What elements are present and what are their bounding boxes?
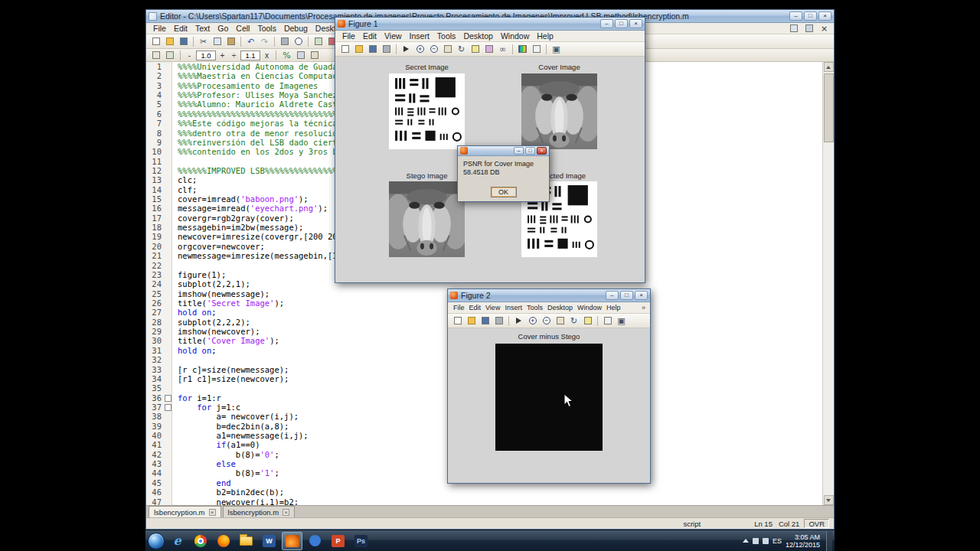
figure2-menu-edit[interactable]: Edit: [467, 304, 484, 311]
close-button[interactable]: ×: [537, 147, 547, 155]
save-figure-icon[interactable]: [479, 315, 492, 327]
copy-icon[interactable]: [211, 36, 224, 47]
undo-icon[interactable]: ↶: [244, 36, 257, 47]
editor-tab[interactable]: lsbencryption.m×: [223, 506, 296, 517]
decrease-value-button[interactable]: -: [185, 50, 194, 60]
figure1-menu-help[interactable]: Help: [533, 31, 557, 41]
multiply-value-button[interactable]: x: [262, 50, 272, 60]
pan-icon[interactable]: [441, 44, 454, 55]
status-overwrite-mode[interactable]: OVR: [804, 519, 829, 528]
rotate-3d-icon[interactable]: ↻: [455, 44, 468, 55]
new-script-icon[interactable]: [149, 36, 162, 47]
maximize-button[interactable]: □: [804, 11, 817, 21]
editor-tab[interactable]: lsbencryption.m×: [149, 506, 221, 517]
editor-menu-tools[interactable]: Tools: [253, 24, 280, 33]
figure1-menu-view[interactable]: View: [381, 31, 406, 41]
zoom-out-icon[interactable]: −: [427, 44, 440, 55]
find-files-icon[interactable]: [292, 36, 305, 47]
print-icon[interactable]: [278, 36, 291, 47]
word-icon[interactable]: W: [259, 532, 279, 550]
editor-menu-text[interactable]: Text: [191, 24, 214, 33]
new-figure-icon[interactable]: [338, 44, 351, 55]
matlab-icon[interactable]: [282, 532, 302, 550]
save-icon[interactable]: [177, 36, 190, 47]
chrome-icon[interactable]: [190, 532, 211, 550]
tray-expand-icon[interactable]: [743, 539, 749, 543]
figure1-menu-file[interactable]: File: [338, 31, 359, 41]
close-button[interactable]: ×: [818, 11, 831, 21]
insert-colorbar-icon[interactable]: [516, 44, 529, 55]
figure1-menu-tools[interactable]: Tools: [433, 31, 460, 41]
close-button[interactable]: ×: [635, 291, 648, 300]
figure2-menu-file[interactable]: File: [451, 304, 467, 311]
code-line[interactable]: newcover(i,1)=b2;: [178, 497, 822, 505]
windows-explorer-icon[interactable]: [236, 532, 256, 550]
figure1-menu-edit[interactable]: Edit: [359, 31, 381, 41]
link-plot-icon[interactable]: ∞: [496, 44, 509, 55]
ok-button[interactable]: OK: [491, 187, 517, 197]
evaluate-cell-icon[interactable]: [163, 50, 176, 61]
taskbar-clock[interactable]: 3:05 AM 12/12/2015: [786, 533, 822, 549]
insert-legend-icon[interactable]: [601, 315, 614, 327]
figure2-menu-desktop[interactable]: Desktop: [545, 304, 575, 311]
menu-overflow-icon[interactable]: »: [642, 304, 647, 311]
cell-value-field-2[interactable]: 1.1: [240, 51, 260, 60]
close-file-icon[interactable]: ×: [818, 23, 831, 34]
figure1-titlebar[interactable]: Figure 1 – □ ×: [335, 18, 645, 31]
minimize-button[interactable]: –: [514, 147, 524, 155]
editor-menu-go[interactable]: Go: [214, 24, 232, 33]
maximize-button[interactable]: □: [615, 19, 628, 28]
indent-icon[interactable]: [308, 50, 321, 61]
insert-legend-icon[interactable]: [530, 44, 543, 55]
edit-plot-icon[interactable]: [400, 44, 413, 55]
figure2-menu-insert[interactable]: Insert: [502, 304, 524, 311]
minimize-button[interactable]: –: [606, 291, 619, 300]
brush-icon[interactable]: [482, 44, 495, 55]
editor-scrollbar[interactable]: [822, 62, 834, 505]
save-figure-icon[interactable]: [366, 44, 379, 55]
dock-editor-icon[interactable]: [787, 23, 800, 34]
comment-percent-icon[interactable]: %: [280, 50, 293, 61]
editor-menu-cell[interactable]: Cell: [232, 24, 253, 33]
editor-menu-debug[interactable]: Debug: [280, 24, 312, 33]
figure1-menu-insert[interactable]: Insert: [406, 31, 433, 41]
data-cursor-icon[interactable]: [581, 315, 594, 327]
data-cursor-icon[interactable]: [469, 44, 482, 55]
figure2-menu-window[interactable]: Window: [575, 304, 604, 311]
psnr-dialog-titlebar[interactable]: – □ ×: [458, 146, 549, 156]
editor-menu-file[interactable]: File: [149, 24, 170, 33]
zoom-in-icon[interactable]: +: [526, 315, 539, 327]
divide-value-button[interactable]: ÷: [229, 50, 239, 60]
figure1-menu-window[interactable]: Window: [497, 31, 533, 41]
powerpoint-icon[interactable]: P: [328, 532, 348, 550]
minimize-button[interactable]: –: [600, 19, 613, 28]
cut-icon[interactable]: ✂: [197, 36, 210, 47]
start-button[interactable]: [148, 533, 165, 549]
photoshop-icon[interactable]: Ps: [351, 532, 371, 550]
media-player-icon[interactable]: [305, 532, 325, 550]
firefox-icon[interactable]: [213, 532, 234, 550]
figure2-menu-help[interactable]: Help: [604, 304, 623, 311]
insert-cell-icon[interactable]: [149, 50, 162, 61]
figure2-menu-tools[interactable]: Tools: [524, 304, 545, 311]
open-file-icon[interactable]: [163, 36, 176, 47]
code-fold-toggle[interactable]: −: [163, 403, 172, 412]
tab-close-icon[interactable]: ×: [209, 509, 216, 516]
scroll-down-button[interactable]: [824, 495, 834, 505]
restore-window-icon[interactable]: [802, 23, 815, 34]
scroll-up-button[interactable]: [824, 62, 834, 72]
dock-figure-icon[interactable]: ▣: [550, 44, 563, 55]
edit-plot-icon[interactable]: [512, 315, 525, 327]
dock-figure-icon[interactable]: ▣: [615, 315, 628, 327]
internet-explorer-icon[interactable]: e: [167, 532, 188, 550]
figure1-menu-desktop[interactable]: Desktop: [459, 31, 497, 41]
print-figure-icon[interactable]: [380, 44, 393, 55]
language-indicator[interactable]: ES: [773, 537, 782, 545]
editor-menu-edit[interactable]: Edit: [170, 24, 191, 33]
maximize-button[interactable]: □: [620, 291, 633, 300]
maximize-button[interactable]: □: [525, 147, 535, 155]
print-figure-icon[interactable]: [492, 315, 505, 327]
wrap-comments-icon[interactable]: [294, 50, 307, 61]
paste-icon[interactable]: [224, 36, 237, 47]
code-fold-toggle[interactable]: −: [163, 393, 172, 403]
